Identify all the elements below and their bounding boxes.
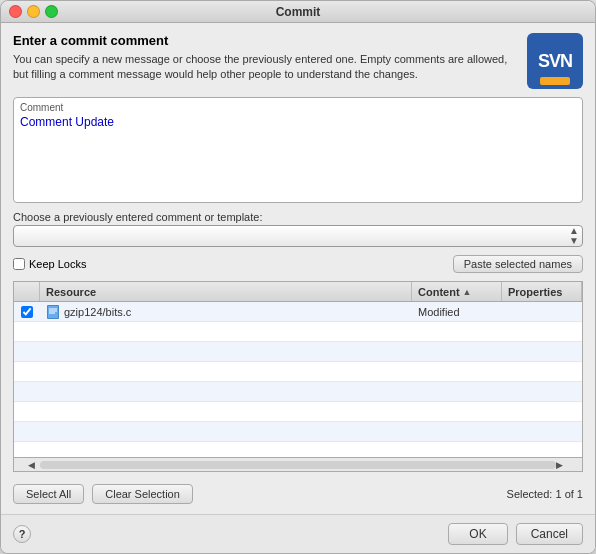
table-header-content: Content ▲ (412, 282, 502, 301)
table-header-resource-label: Resource (46, 286, 96, 298)
comment-textarea[interactable]: Comment Update (20, 115, 576, 195)
row-checkbox-cell (14, 306, 40, 318)
row-content-cell: Modified (412, 306, 502, 318)
cancel-button[interactable]: Cancel (516, 523, 583, 545)
svn-logo: SVN (527, 33, 583, 89)
table-row-empty-2 (14, 342, 582, 362)
table-header-check (14, 282, 40, 301)
scrollbar-track[interactable] (40, 461, 556, 469)
keep-locks-label: Keep Locks (29, 258, 86, 270)
clear-selection-button[interactable]: Clear Selection (92, 484, 193, 504)
file-svg-icon (47, 305, 59, 319)
options-row: Keep Locks Paste selected names (13, 255, 583, 273)
maximize-button[interactable] (45, 5, 58, 18)
table-body: gzip124/bits.c Modified (14, 302, 582, 457)
bottom-buttons: Select All Clear Selection Selected: 1 o… (13, 480, 583, 504)
ok-button[interactable]: OK (448, 523, 507, 545)
table-header: Resource Content ▲ Properties (14, 282, 582, 302)
table-row-empty-3 (14, 362, 582, 382)
comment-dropdown-wrapper: ▲ ▼ (13, 225, 583, 247)
svn-logo-text: SVN (538, 51, 572, 72)
svn-chip (540, 77, 570, 85)
selected-info: Selected: 1 of 1 (507, 488, 583, 500)
table-header-content-label: Content (418, 286, 460, 298)
table-row-empty-6 (14, 422, 582, 442)
horizontal-scrollbar[interactable]: ◀ ▶ (14, 457, 582, 471)
table-row-empty-4 (14, 382, 582, 402)
row-content-value: Modified (418, 306, 460, 318)
scroll-right-icon[interactable]: ▶ (556, 460, 568, 470)
row-resource-cell: gzip124/bits.c (40, 305, 412, 319)
commit-window: Commit Enter a commit comment You can sp… (0, 0, 596, 554)
header-title: Enter a commit comment (13, 33, 517, 48)
comment-label: Comment (20, 102, 576, 113)
table-row-empty-1 (14, 322, 582, 342)
footer: ? OK Cancel (1, 514, 595, 553)
keep-locks: Keep Locks (13, 258, 86, 270)
window-title: Commit (276, 5, 321, 19)
sort-arrow-icon: ▲ (463, 287, 472, 297)
comment-group: Comment Comment Update (13, 97, 583, 203)
comment-dropdown[interactable] (13, 225, 583, 247)
scroll-left-icon[interactable]: ◀ (28, 460, 40, 470)
titlebar: Commit (1, 1, 595, 23)
header-text: Enter a commit comment You can specify a… (13, 33, 517, 83)
header-description: You can specify a new message or choose … (13, 52, 517, 83)
table-header-properties-label: Properties (508, 286, 562, 298)
file-icon (46, 305, 60, 319)
footer-action-buttons: OK Cancel (448, 523, 583, 545)
svn-logo-bottom (527, 77, 583, 85)
keep-locks-checkbox[interactable] (13, 258, 25, 270)
row-checkbox[interactable] (21, 306, 33, 318)
help-button[interactable]: ? (13, 525, 31, 543)
row-resource-name: gzip124/bits.c (64, 306, 131, 318)
select-all-button[interactable]: Select All (13, 484, 84, 504)
files-table: Resource Content ▲ Properties (13, 281, 583, 472)
svg-rect-1 (48, 306, 58, 318)
paste-selected-names-button[interactable]: Paste selected names (453, 255, 583, 273)
table-header-properties: Properties (502, 282, 582, 301)
window-controls (9, 5, 58, 18)
minimize-button[interactable] (27, 5, 40, 18)
header-section: Enter a commit comment You can specify a… (13, 33, 583, 89)
table-row: gzip124/bits.c Modified (14, 302, 582, 322)
close-button[interactable] (9, 5, 22, 18)
main-content: Enter a commit comment You can specify a… (1, 23, 595, 514)
dropdown-row: Choose a previously entered comment or t… (13, 211, 583, 247)
table-header-resource: Resource (40, 282, 412, 301)
left-action-buttons: Select All Clear Selection (13, 484, 193, 504)
table-row-empty-5 (14, 402, 582, 422)
dropdown-label: Choose a previously entered comment or t… (13, 211, 583, 223)
